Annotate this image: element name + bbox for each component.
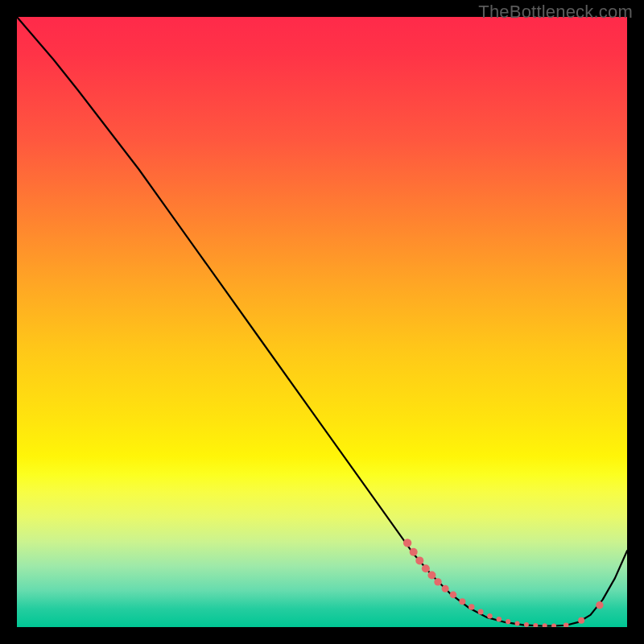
- highlight-dot: [422, 564, 430, 572]
- watermark-text: TheBottleneck.com: [478, 2, 633, 23]
- highlight-dot: [564, 622, 569, 627]
- highlight-dot: [469, 604, 475, 610]
- bottleneck-curve: [17, 17, 627, 625]
- highlight-dot: [578, 617, 584, 624]
- highlight-dot: [478, 609, 484, 615]
- highlight-dot: [524, 622, 529, 627]
- highlight-dot: [543, 623, 547, 627]
- chart-container: TheBottleneck.com: [0, 0, 644, 644]
- highlight-dot: [450, 592, 457, 599]
- highlight-dot: [459, 598, 465, 605]
- highlight-dot: [515, 621, 520, 625]
- highlight-dot: [442, 585, 449, 592]
- chart-overlay: [17, 17, 627, 627]
- highlight-dot: [551, 623, 556, 627]
- highlight-dot: [403, 539, 411, 547]
- highlight-dot: [506, 619, 510, 624]
- highlight-dot: [434, 578, 441, 585]
- highlight-dot: [533, 623, 538, 627]
- highlight-dots: [403, 539, 604, 627]
- highlight-dot: [497, 617, 502, 621]
- highlight-dot: [427, 572, 436, 580]
- highlight-dot: [487, 613, 493, 619]
- highlight-dot: [596, 601, 603, 609]
- highlight-dot: [410, 548, 418, 556]
- highlight-dot: [415, 556, 423, 564]
